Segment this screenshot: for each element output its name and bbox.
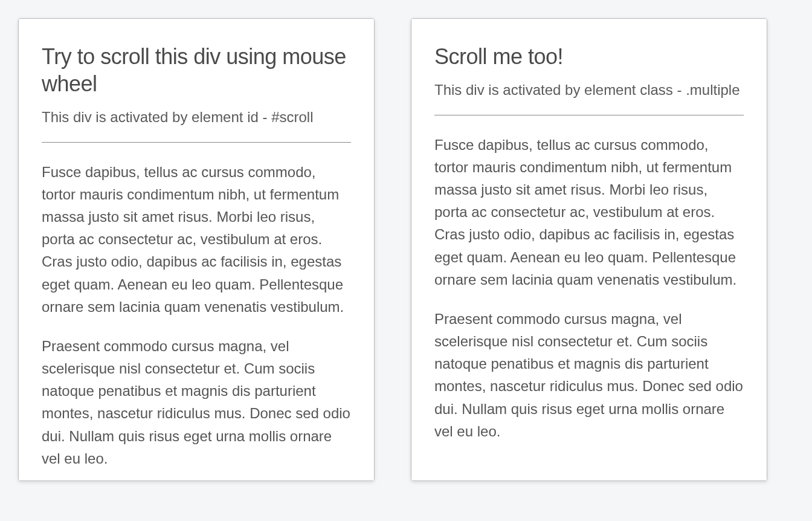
- body-paragraph: Fusce dapibus, tellus ac cursus commodo,…: [434, 134, 744, 291]
- scroll-panel-left[interactable]: Try to scroll this div using mouse wheel…: [18, 18, 375, 481]
- panel-heading: Scroll me too!: [434, 43, 744, 70]
- panel-subheading: This div is activated by element class -…: [434, 80, 744, 100]
- divider: [434, 115, 744, 115]
- body-paragraph: Fusce dapibus, tellus ac cursus commodo,…: [42, 161, 351, 318]
- panel-subheading: This div is activated by element id - #s…: [42, 107, 351, 128]
- divider: [42, 142, 351, 143]
- scroll-panel-right[interactable]: Scroll me too! This div is activated by …: [411, 18, 767, 481]
- panel-heading: Try to scroll this div using mouse wheel: [42, 43, 351, 97]
- body-paragraph: Praesent commodo cursus magna, vel scele…: [434, 308, 744, 442]
- body-paragraph: Praesent commodo cursus magna, vel scele…: [42, 335, 351, 470]
